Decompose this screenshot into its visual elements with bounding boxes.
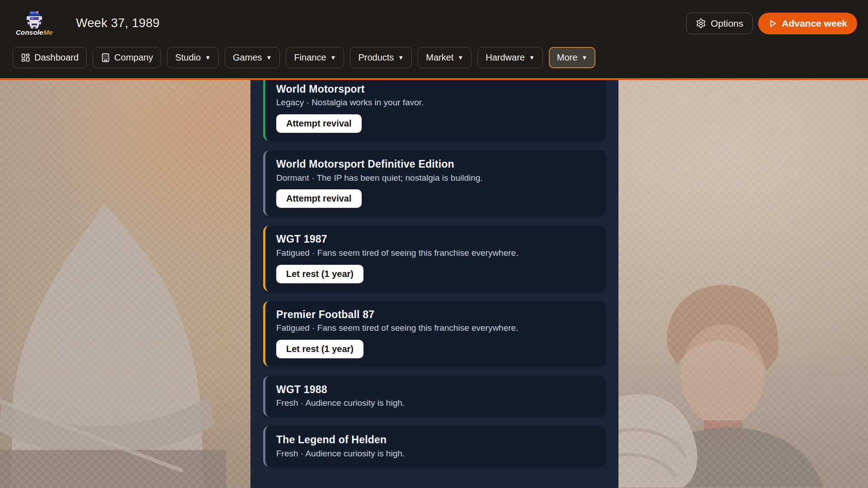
franchise-name: World Motorsport Definitive Edition <box>276 158 595 170</box>
play-icon <box>768 19 777 28</box>
franchise-card-legend-of-helden: The Legend of Helden Fresh · Audience cu… <box>263 426 606 467</box>
let-rest-button[interactable]: Let rest (1 year) <box>276 340 363 358</box>
nav-label: Dashboard <box>34 52 79 63</box>
week-label: Week 37, 1989 <box>76 16 160 30</box>
header-actions: Options Advance week <box>686 13 857 34</box>
franchise-card-wm-definitive: World Motorsport Definitive Edition Dorm… <box>263 150 606 216</box>
nav-label: Products <box>358 52 394 63</box>
let-rest-button[interactable]: Let rest (1 year) <box>276 265 363 283</box>
franchise-status: Fatigued · Fans seem tired of seeing thi… <box>276 248 595 258</box>
caret-down-icon: ▼ <box>266 54 272 61</box>
logo-wordmark: ConsoleMe <box>16 28 53 36</box>
nav-label: Hardware <box>486 52 525 63</box>
attempt-revival-button[interactable]: Attempt revival <box>276 114 362 133</box>
franchise-status: Fresh · Audience curiosity is high. <box>276 449 595 459</box>
app-logo: ConsoleMe <box>13 10 56 36</box>
main-nav: Dashboard Company Studio ▼ <box>0 46 868 69</box>
nav-market[interactable]: Market ▼ <box>418 47 472 68</box>
app: World Motorsport Legacy · Nostalgia work… <box>0 0 868 488</box>
caret-down-icon: ▼ <box>205 54 211 61</box>
franchise-card-premier-football-87: Premier Football 87 Fatigued · Fans seem… <box>263 301 606 366</box>
nav-label: Finance <box>294 52 326 63</box>
logo-text-console: Console <box>16 28 43 36</box>
franchise-status: Fatigued · Fans seem tired of seeing thi… <box>276 323 595 333</box>
franchise-card-wgt-1987: WGT 1987 Fatigued · Fans seem tired of s… <box>263 225 606 291</box>
options-button[interactable]: Options <box>686 13 753 34</box>
nav-more[interactable]: More ▼ <box>549 47 595 68</box>
franchise-status: Legacy · Nostalgia works in your favor. <box>276 98 595 108</box>
caret-down-icon: ▼ <box>581 54 587 61</box>
caret-down-icon: ▼ <box>529 54 535 61</box>
franchise-panel: World Motorsport Legacy · Nostalgia work… <box>250 80 618 488</box>
nav-finance[interactable]: Finance ▼ <box>286 47 344 68</box>
franchise-name: Premier Football 87 <box>276 309 595 320</box>
header-top-row: ConsoleMe Week 37, 1989 Options <box>0 0 868 47</box>
nav-label: Studio <box>175 52 201 63</box>
nav-label: Market <box>426 52 453 63</box>
gear-icon <box>696 18 706 28</box>
nav-company[interactable]: Company <box>93 47 161 68</box>
nav-label: Games <box>233 52 262 63</box>
caret-down-icon: ▼ <box>458 54 463 61</box>
nav-dashboard[interactable]: Dashboard <box>13 47 87 68</box>
nav-games[interactable]: Games ▼ <box>225 47 280 68</box>
nav-products[interactable]: Products ▼ <box>350 47 412 68</box>
header: ConsoleMe Week 37, 1989 Options <box>0 0 868 80</box>
nav-label: More <box>557 52 578 63</box>
franchise-name: WGT 1988 <box>276 384 595 395</box>
franchise-name: WGT 1987 <box>276 233 595 245</box>
franchise-status: Fresh · Audience curiosity is high. <box>276 398 595 408</box>
dashboard-grid-icon <box>21 53 30 62</box>
logo-text-me: Me <box>43 28 53 36</box>
building-icon <box>101 53 110 62</box>
franchise-status: Dormant · The IP has been quiet; nostalg… <box>276 173 595 183</box>
advance-week-label: Advance week <box>782 18 847 29</box>
caret-down-icon: ▼ <box>330 54 336 61</box>
attempt-revival-button[interactable]: Attempt revival <box>276 189 362 208</box>
nav-studio[interactable]: Studio ▼ <box>167 47 219 68</box>
caret-down-icon: ▼ <box>398 54 404 61</box>
franchise-card-world-motorsport: World Motorsport Legacy · Nostalgia work… <box>263 80 606 141</box>
franchise-name: World Motorsport <box>276 83 595 95</box>
advance-week-button[interactable]: Advance week <box>758 13 857 34</box>
nav-label: Company <box>114 52 153 63</box>
options-label: Options <box>711 18 743 29</box>
franchise-name: The Legend of Helden <box>276 434 595 446</box>
nav-hardware[interactable]: Hardware ▼ <box>477 47 543 68</box>
franchise-card-wgt-1988: WGT 1988 Fresh · Audience curiosity is h… <box>263 376 606 417</box>
